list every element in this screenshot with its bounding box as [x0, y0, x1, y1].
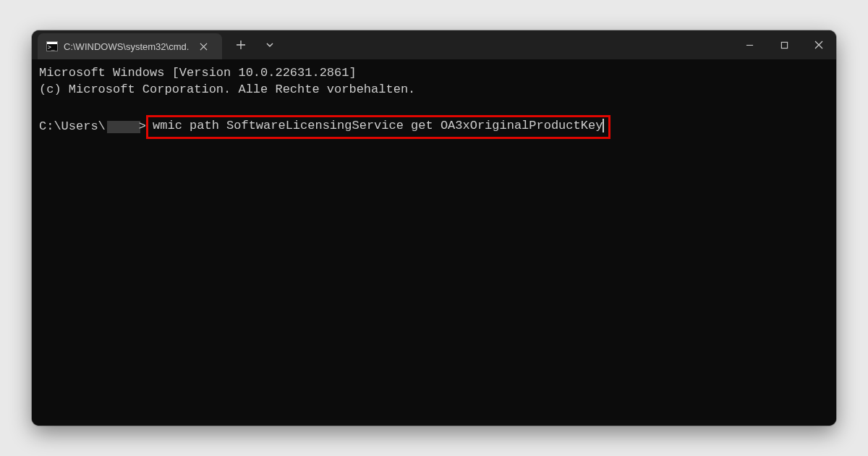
- tab-cmd[interactable]: >_ C:\WINDOWS\system32\cmd.: [38, 33, 222, 59]
- prompt-prefix: C:\Users\: [39, 119, 106, 135]
- titlebar[interactable]: >_ C:\WINDOWS\system32\cmd.: [32, 30, 836, 59]
- close-window-button[interactable]: [801, 30, 836, 59]
- text-cursor: [603, 119, 604, 132]
- svg-rect-0: [781, 42, 787, 48]
- banner-copyright: (c) Microsoft Corporation. Alle Rechte v…: [39, 83, 415, 96]
- new-tab-button[interactable]: [226, 30, 255, 59]
- maximize-button[interactable]: [767, 30, 801, 59]
- minimize-button[interactable]: [732, 30, 767, 59]
- banner-version: Microsoft Windows [Version 10.0.22631.28…: [39, 66, 357, 80]
- tab-title: C:\WINDOWS\system32\cmd.: [64, 41, 189, 52]
- prompt-suffix: >: [139, 119, 146, 135]
- redacted-username: [107, 121, 140, 133]
- command-highlight-box: wmic path SoftwareLicensingService get O…: [146, 115, 610, 139]
- tab-dropdown-button[interactable]: [255, 30, 284, 59]
- tab-close-button[interactable]: [195, 38, 212, 55]
- terminal-icon: >_: [46, 41, 58, 51]
- command-text: wmic path SoftwareLicensingService get O…: [153, 119, 603, 132]
- terminal-body[interactable]: Microsoft Windows [Version 10.0.22631.28…: [32, 59, 836, 426]
- terminal-window: >_ C:\WINDOWS\system32\cmd. Microsoft Wi…: [32, 30, 836, 426]
- window-controls: [732, 30, 836, 59]
